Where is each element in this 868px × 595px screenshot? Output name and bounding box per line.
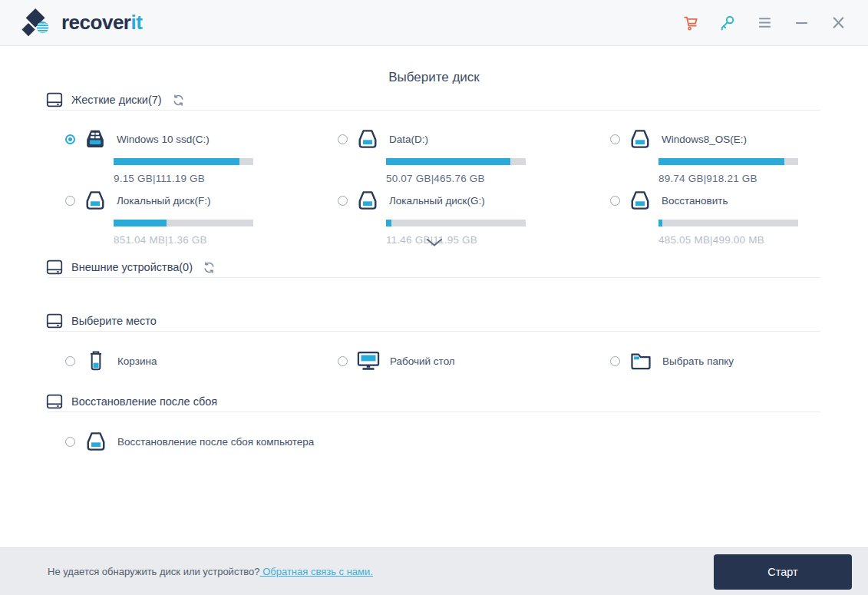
capacity-bar	[114, 158, 253, 165]
crash-recovery-label: Восстановление после сбоя компьютера	[117, 436, 314, 448]
crash-recovery-item[interactable]: Восстановление после сбоя компьютера	[65, 428, 314, 455]
start-button[interactable]: Старт	[714, 554, 852, 590]
drive-name: Восстановить	[662, 195, 728, 207]
drive-size: 89.74 GB|918.21 GB	[658, 173, 850, 184]
brand-name: recoverit	[61, 11, 142, 35]
section-crash-recovery: Восстановление после сбоя	[46, 393, 217, 410]
location-item-desktop[interactable]: Рабочий стол	[338, 348, 455, 374]
disk-drive-icon	[84, 431, 108, 452]
close-button[interactable]	[828, 13, 848, 33]
footer: Не удается обнаружить диск или устройств…	[0, 547, 868, 595]
folder-icon	[629, 351, 653, 371]
help-text: Не удается обнаружить диск или устройств…	[48, 566, 373, 577]
drive-item-d[interactable]: Data(D:) 50.07 GB|465.76 GB	[338, 128, 577, 184]
feedback-link[interactable]: Обратная связь с нами.	[260, 566, 373, 577]
cart-icon[interactable]	[681, 13, 701, 33]
radio-button[interactable]	[610, 134, 620, 144]
drive-name: Data(D:)	[389, 134, 428, 145]
hard-drive-icon	[46, 92, 63, 107]
hard-drive-icon	[46, 259, 63, 275]
disk-drive-icon	[356, 128, 379, 150]
radio-button[interactable]	[338, 196, 348, 206]
help-question: Не удается обнаружить диск или устройств…	[48, 566, 260, 577]
section-select-location-label: Выберите место	[71, 315, 157, 327]
radio-button[interactable]	[65, 356, 75, 366]
drive-item-e[interactable]: Windows8_OS(E:) 89.74 GB|918.21 GB	[610, 128, 850, 184]
divider	[48, 412, 820, 412]
radio-button[interactable]	[338, 134, 348, 144]
drive-name: Локальный диск(G:)	[389, 195, 485, 207]
section-external-devices: Внешние устройства(0)	[46, 259, 216, 276]
radio-button[interactable]	[65, 437, 75, 447]
disk-drive-icon	[84, 128, 107, 150]
logo-mark-icon	[20, 8, 54, 38]
location-item-select-folder[interactable]: Выбрать папку	[610, 348, 734, 374]
titlebar-actions	[681, 13, 848, 33]
minimize-button[interactable]	[791, 13, 811, 33]
radio-button[interactable]	[610, 196, 620, 206]
capacity-bar	[658, 158, 798, 165]
location-label: Рабочий стол	[390, 355, 455, 367]
capacity-bar	[386, 220, 526, 226]
location-label: Корзина	[117, 355, 157, 367]
section-crash-recovery-label: Восстановление после сбоя	[71, 395, 217, 408]
recoverit-window: recoverit Выберите диск Жесткие диски(7)…	[0, 0, 868, 595]
hard-drive-icon	[46, 394, 63, 409]
hamburger-menu-icon[interactable]	[754, 13, 774, 33]
page-title: Выберите диск	[0, 70, 868, 85]
disk-drive-icon	[629, 128, 652, 150]
drive-name: Windows 10 ssd(C:)	[117, 134, 210, 145]
app-logo: recoverit	[20, 8, 142, 38]
radio-button[interactable]	[338, 356, 348, 366]
radio-button[interactable]	[65, 196, 75, 206]
refresh-icon[interactable]	[172, 94, 185, 107]
disk-drive-icon	[84, 190, 107, 211]
location-item-recycle-bin[interactable]: Корзина	[65, 348, 157, 374]
location-label: Выбрать папку	[662, 355, 734, 367]
section-select-location: Выберите место	[46, 312, 157, 329]
divider	[48, 331, 820, 332]
radio-button[interactable]	[65, 134, 75, 144]
disk-drive-icon	[629, 190, 652, 211]
drive-size: 9.15 GB|111.19 GB	[114, 173, 305, 184]
disk-drive-icon	[356, 190, 379, 211]
drive-size: 50.07 GB|465.76 GB	[386, 173, 577, 184]
titlebar: recoverit	[0, 0, 868, 46]
divider	[48, 277, 820, 278]
key-icon[interactable]	[718, 13, 738, 33]
section-hard-disks-label: Жесткие диски(7)	[71, 94, 162, 106]
chevron-down-icon[interactable]	[0, 238, 868, 247]
brand-part-recover: recover	[61, 11, 130, 34]
capacity-bar	[658, 220, 798, 226]
divider	[48, 110, 820, 111]
hard-drive-icon	[46, 313, 63, 329]
desktop-monitor-icon	[356, 350, 381, 372]
section-hard-disks: Жесткие диски(7)	[46, 91, 185, 108]
section-external-devices-label: Внешние устройства(0)	[71, 261, 193, 273]
radio-button[interactable]	[610, 356, 620, 366]
brand-part-it: it	[130, 11, 142, 34]
refresh-icon[interactable]	[203, 261, 216, 274]
drive-name: Локальный диск(F:)	[117, 195, 211, 207]
drive-item-c[interactable]: Windows 10 ssd(C:) 9.15 GB|111.19 GB	[65, 128, 305, 184]
recycle-bin-icon	[84, 349, 108, 372]
capacity-bar	[386, 158, 526, 165]
drive-name: Windows8_OS(E:)	[662, 134, 747, 145]
capacity-bar	[114, 220, 253, 226]
